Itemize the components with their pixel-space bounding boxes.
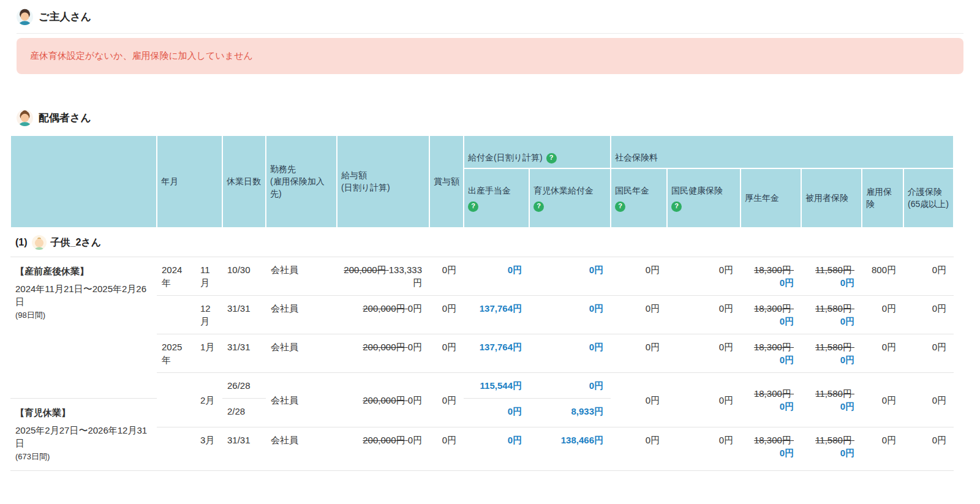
year-month-cell: 2024年11月 <box>157 257 222 296</box>
help-icon[interactable]: ? <box>615 201 625 212</box>
salary-new: 133,333円 <box>389 265 422 288</box>
col-leave-days: 休業日数 <box>222 135 266 228</box>
employees-pension-cell: 18,300円0円 <box>741 373 801 427</box>
spouse-section-title: 配偶者さん <box>10 107 970 129</box>
salary-cell: 200,000円133,333円 <box>337 257 429 296</box>
workplace-cell: 会社員 <box>266 334 337 373</box>
col-national-health-insurance-label: 国民健康保険 <box>671 186 723 195</box>
maternity-allowance-cell: 137,764円 <box>464 334 529 373</box>
month-value: 2月 <box>200 394 217 407</box>
national-health-insurance-cell: 0円 <box>667 373 741 427</box>
spouse-avatar-icon <box>17 110 33 126</box>
employees-insurance-new: 0円 <box>806 315 854 328</box>
child-avatar-icon <box>32 235 47 250</box>
col-national-pension: 国民年金 ? <box>611 168 667 228</box>
employment-insurance-cell: 0円 <box>862 296 903 334</box>
month-value: 11月 <box>200 263 217 289</box>
employees-pension-old: 18,300円 <box>745 434 794 446</box>
husband-section-title: ご主人さん <box>10 6 970 28</box>
childcare-benefit-cell: 0円 <box>529 373 611 399</box>
employees-pension-cell: 18,300円0円 <box>741 257 801 296</box>
bonus-cell: 0円 <box>429 334 464 373</box>
employees-pension-new: 0円 <box>745 276 794 289</box>
col-salary: 給与額 (日割り計算) <box>337 135 429 228</box>
section-divider <box>17 33 963 34</box>
salary-cell: 200,000円0円 <box>337 427 429 470</box>
col-year-month: 年月 <box>157 135 222 228</box>
childcare-benefit-cell: 0円 <box>529 257 611 296</box>
employment-insurance-cell: 800円 <box>862 257 903 296</box>
employees-pension-old: 18,300円 <box>745 387 794 400</box>
employees-pension-old: 18,300円 <box>745 340 794 353</box>
help-icon[interactable]: ? <box>468 201 478 212</box>
year-value <box>162 394 185 407</box>
maternity-allowance-cell: 115,544円 <box>464 373 529 399</box>
year-month-cell: 3月 <box>157 427 222 470</box>
salary-new: 0円 <box>408 435 422 445</box>
childcare-benefit-cell: 0円 <box>529 334 611 373</box>
employees-pension-new: 0円 <box>745 446 794 459</box>
national-pension-cell: 0円 <box>611 427 667 470</box>
employees-pension-cell: 18,300円0円 <box>741 296 801 334</box>
col-childcare-benefit: 育児休業給付金 ? <box>529 168 611 228</box>
employees-insurance-cell: 11,580円0円 <box>801 296 862 334</box>
bonus-cell: 0円 <box>429 373 464 427</box>
table-header: 年月 休業日数 勤務先 (雇用保険加入先) 給与額 (日割り計算) 賞与額 給付… <box>10 135 954 228</box>
salary-cell: 200,000円0円 <box>337 334 429 373</box>
childcare-benefit-cell: 8,933円 <box>529 399 611 427</box>
month-value: 3月 <box>200 434 217 446</box>
benefits-table: 年月 休業日数 勤務先 (雇用保険加入先) 給与額 (日割り計算) 賞与額 給付… <box>10 135 954 471</box>
month-value: 12月 <box>200 302 217 328</box>
leave-duration-label: (98日間) <box>15 310 149 321</box>
year-month-cell: 12月 <box>157 296 222 334</box>
maternity-allowance-cell: 0円 <box>464 399 529 427</box>
salary-new: 0円 <box>408 342 422 352</box>
child-section-cell: (1) 子供_2さん <box>10 228 954 257</box>
col-childcare-benefit-label: 育児休業給付金 <box>533 186 594 195</box>
help-icon[interactable]: ? <box>671 201 682 212</box>
leave-type-label: 【育児休業】 <box>15 406 149 419</box>
group-benefits-label: 給付金(日割り計算) <box>468 152 543 162</box>
national-health-insurance-cell: 0円 <box>667 334 741 373</box>
table-row-nov: 【産前産後休業】 2024年11月21日〜2025年2月26日 (98日間) 2… <box>10 257 954 296</box>
workplace-cell: 会社員 <box>266 296 337 334</box>
year-month-cell: 2025年1月 <box>157 334 222 373</box>
childcare-benefit-cell: 0円 <box>529 296 611 334</box>
page: ご主人さん 産休育休設定がないか、雇用保険に加入していません 配偶者さん <box>0 0 980 471</box>
employees-insurance-new: 0円 <box>806 276 854 289</box>
employees-pension-new: 0円 <box>745 400 794 413</box>
salary-old: 200,000円 <box>344 265 388 275</box>
employees-pension-new: 0円 <box>745 353 794 366</box>
year-value <box>162 434 185 446</box>
employees-insurance-old: 11,580円 <box>806 340 854 353</box>
employees-insurance-new: 0円 <box>806 446 854 459</box>
workplace-cell: 会社員 <box>266 373 337 427</box>
national-pension-cell: 0円 <box>611 373 667 427</box>
salary-new: 0円 <box>408 303 422 314</box>
col-maternity-allowance: 出産手当金 ? <box>464 168 529 228</box>
leave-duration-label: (673日間) <box>15 451 149 462</box>
warning-alert: 産休育休設定がないか、雇用保険に加入していません <box>17 38 963 74</box>
bonus-cell: 0円 <box>429 257 464 296</box>
national-pension-cell: 0円 <box>611 296 667 334</box>
col-maternity-allowance-label: 出産手当金 <box>468 186 511 195</box>
employees-insurance-cell: 11,580円0円 <box>801 373 862 427</box>
col-employees-pension: 厚生年金 <box>741 168 801 228</box>
leave-range-label: 2025年2月27日〜2026年12月31日 <box>15 424 149 449</box>
col-national-pension-label: 国民年金 <box>615 186 649 195</box>
help-icon[interactable]: ? <box>546 153 557 164</box>
employees-insurance-cell: 11,580円0円 <box>801 334 862 373</box>
care-insurance-cell: 0円 <box>903 296 954 334</box>
employees-pension-cell: 18,300円0円 <box>741 334 801 373</box>
childcare-benefit-cell: 138,466円 <box>529 427 611 470</box>
salary-cell: 200,000円0円 <box>337 373 429 427</box>
employees-insurance-cell: 11,580円0円 <box>801 257 862 296</box>
employees-insurance-old: 11,580円 <box>806 263 854 276</box>
help-icon[interactable]: ? <box>533 201 544 212</box>
child-index: (1) <box>15 236 28 249</box>
national-health-insurance-cell: 0円 <box>667 427 741 470</box>
maternity-allowance-cell: 0円 <box>464 427 529 470</box>
col-employees-insurance: 被用者保険 <box>801 168 862 228</box>
maternity-allowance-cell: 0円 <box>464 257 529 296</box>
employment-insurance-cell: 0円 <box>862 334 903 373</box>
